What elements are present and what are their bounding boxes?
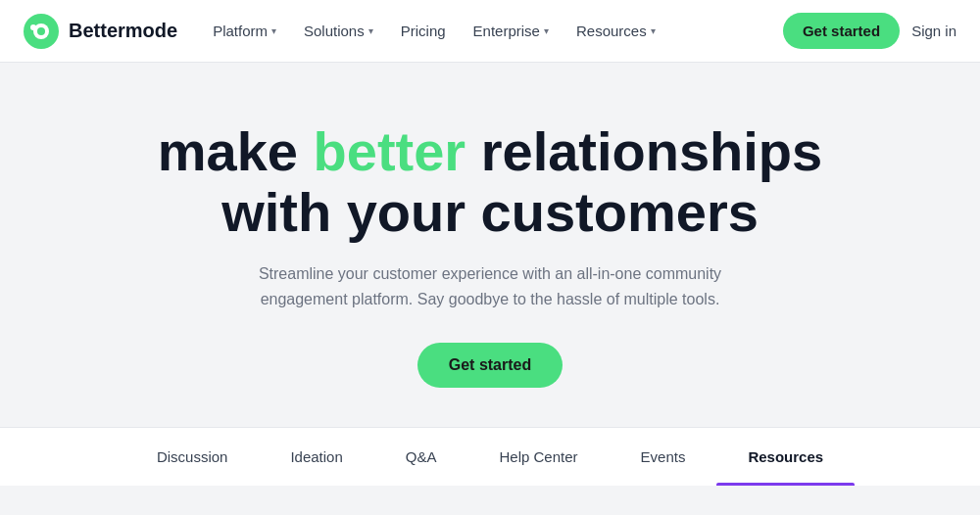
nav-links: Platform ▾ Solutions ▾ Pricing Enterpris… [201, 15, 775, 47]
logo-icon [24, 14, 59, 49]
nav-platform[interactable]: Platform ▾ [201, 15, 288, 47]
tab-help-center[interactable]: Help Center [467, 428, 609, 486]
bottom-tabs: Discussion Ideation Q&A Help Center Even… [0, 427, 980, 486]
hero-get-started-button[interactable]: Get started [417, 343, 563, 388]
tab-events[interactable]: Events [610, 428, 717, 486]
svg-point-2 [37, 27, 45, 35]
hero-title-part2: relationships [466, 120, 822, 182]
navbar: Bettermode Platform ▾ Solutions ▾ Pricin… [0, 0, 980, 63]
nav-pricing[interactable]: Pricing [389, 15, 458, 47]
nav-resources[interactable]: Resources ▾ [564, 15, 667, 47]
sign-in-button[interactable]: Sign in [911, 23, 956, 39]
logo[interactable]: Bettermode [24, 14, 177, 49]
tab-qa[interactable]: Q&A [374, 428, 468, 486]
nav-get-started-button[interactable]: Get started [783, 13, 900, 49]
chevron-down-icon: ▾ [368, 25, 373, 36]
chevron-down-icon: ▾ [651, 25, 656, 36]
hero-title-highlight: better [314, 120, 466, 182]
nav-actions: Get started Sign in [783, 13, 956, 49]
nav-enterprise[interactable]: Enterprise ▾ [462, 15, 561, 47]
tab-discussion[interactable]: Discussion [125, 428, 260, 486]
hero-title: make better relationships with your cust… [158, 121, 822, 242]
chevron-down-icon: ▾ [544, 25, 549, 36]
hero-title-line2: with your customers [221, 181, 759, 243]
hero-section: make better relationships with your cust… [0, 63, 980, 427]
hero-subtitle: Streamline your customer experience with… [235, 261, 745, 311]
svg-point-3 [30, 24, 36, 30]
hero-title-part1: make [158, 120, 314, 182]
tab-resources[interactable]: Resources [716, 428, 855, 486]
logo-text: Bettermode [69, 20, 177, 42]
chevron-down-icon: ▾ [271, 25, 276, 36]
nav-solutions[interactable]: Solutions ▾ [292, 15, 385, 47]
tab-ideation[interactable]: Ideation [259, 428, 373, 486]
